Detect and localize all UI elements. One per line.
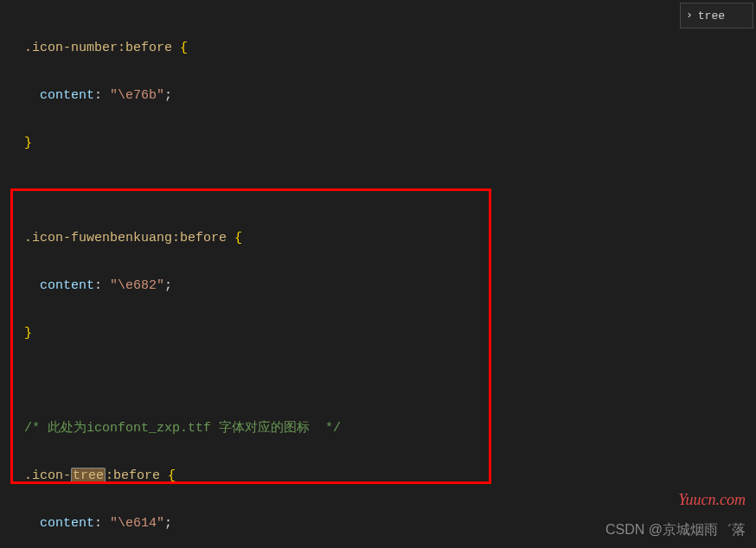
code-line: .icon-tree:before { xyxy=(24,464,756,488)
code-line: /* 此处为iconfont_zxp.ttf 字体对应的图标 */ xyxy=(24,417,756,441)
code-line: content: "\e76b"; xyxy=(24,84,756,108)
value: "\e682" xyxy=(110,278,164,293)
selector: .icon-number xyxy=(24,41,118,55)
code-line: .icon-number:before { xyxy=(24,36,756,61)
selector: .icon- xyxy=(24,468,71,483)
code-editor[interactable]: .icon-number:before { content: "\e76b"; … xyxy=(0,0,756,548)
property: content xyxy=(40,516,94,531)
watermark-yuucn: Yuucn.com xyxy=(678,488,746,513)
blank-line xyxy=(24,179,756,203)
watermark-csdn: CSDN @京城烟雨゛落 xyxy=(605,518,746,542)
comment: /* 此处为iconfont_zxp.ttf 字体对应的图标 */ xyxy=(24,421,341,436)
value: "\e76b" xyxy=(110,88,164,103)
search-input[interactable] xyxy=(698,10,741,22)
selector: .icon-fuwenbenkuang xyxy=(24,231,172,245)
chevron-right-icon[interactable]: › xyxy=(686,3,693,28)
code-line: content: "\e682"; xyxy=(24,274,756,298)
property: content xyxy=(40,88,94,103)
search-panel[interactable]: › xyxy=(680,3,753,29)
code-line: .icon-fuwenbenkuang:before { xyxy=(24,226,756,251)
value: "\e614" xyxy=(110,516,164,531)
code-line: } xyxy=(24,131,756,156)
blank-line xyxy=(24,369,756,393)
search-match-highlight: tree xyxy=(71,468,106,484)
property: content xyxy=(40,278,94,293)
code-line: } xyxy=(24,322,756,346)
